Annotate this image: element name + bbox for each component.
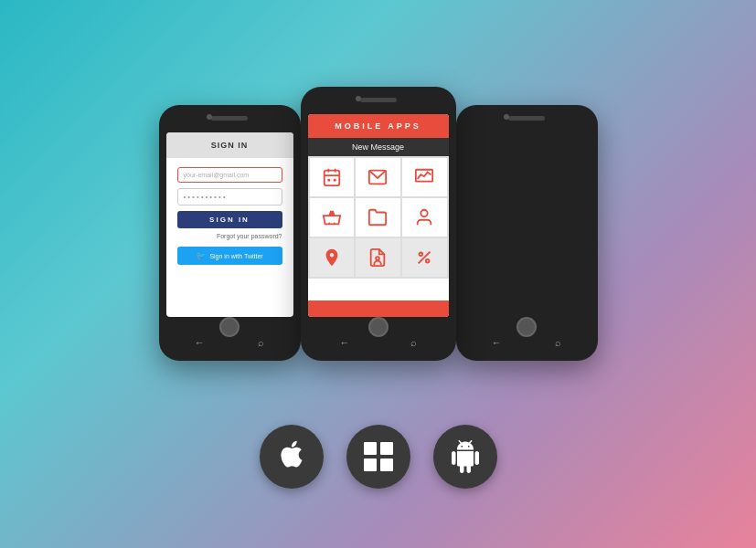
app-cell-person[interactable]: [402, 198, 447, 237]
forgot-password-link[interactable]: Forgot your password?: [177, 233, 282, 239]
platform-icons-container: [260, 425, 497, 489]
svg-point-12: [420, 253, 423, 257]
search-icon-left[interactable]: ⌕: [258, 337, 264, 348]
app-cell-chart[interactable]: [402, 158, 447, 196]
speaker-left: [211, 116, 248, 121]
phones-container: SIGN IN your-email@gmail.com •••••••••• …: [141, 78, 616, 406]
windows-platform-icon[interactable]: [346, 425, 410, 489]
signin-title: SIGN IN: [211, 141, 249, 150]
nav-right: ← ⌕: [456, 337, 598, 348]
twitter-icon: 🐦: [196, 251, 206, 260]
scene: SIGN IN your-email@gmail.com •••••••••• …: [0, 0, 756, 548]
windows-quadrant-1: [364, 442, 377, 455]
password-field[interactable]: ••••••••••: [177, 188, 282, 206]
signin-button[interactable]: SIGN IN: [177, 211, 282, 228]
twitter-signin-button[interactable]: 🐦 Sign in with Twitter: [177, 247, 282, 265]
windows-logo-grid: [364, 442, 393, 471]
windows-quadrant-4: [380, 458, 393, 471]
svg-rect-5: [334, 179, 336, 182]
home-button-center[interactable]: [368, 317, 389, 337]
android-logo-svg: [449, 440, 482, 473]
screen-left: SIGN IN your-email@gmail.com •••••••••• …: [166, 132, 293, 317]
back-arrow-icon[interactable]: ←: [195, 337, 205, 348]
android-platform-icon[interactable]: [433, 425, 497, 489]
phone-left: SIGN IN your-email@gmail.com •••••••••• …: [159, 105, 301, 361]
search-icon-center[interactable]: ⌕: [410, 337, 417, 348]
back-arrow-icon-right[interactable]: ←: [492, 337, 502, 348]
speaker-center: [360, 98, 397, 102]
svg-point-13: [426, 259, 430, 263]
app-cell-email[interactable]: [356, 158, 400, 196]
svg-point-11: [377, 257, 380, 260]
apps-grid: [308, 156, 449, 279]
new-message-subtitle: New Message: [308, 138, 449, 156]
mobile-apps-title: MOBILE APPS: [308, 114, 449, 138]
windows-quadrant-3: [364, 458, 377, 471]
screen-center: MOBILE APPS New Message: [308, 114, 449, 317]
apple-logo-svg: [275, 438, 308, 475]
camera-center: [356, 96, 361, 101]
home-button-right[interactable]: [516, 317, 537, 337]
speaker-right: [508, 116, 545, 121]
nav-left: ← ⌕: [159, 337, 301, 348]
app-cell-location[interactable]: [310, 238, 355, 277]
svg-point-8: [328, 223, 330, 225]
windows-quadrant-2: [380, 442, 393, 455]
home-button-left[interactable]: [219, 317, 240, 337]
app-cell-percent[interactable]: [402, 238, 447, 277]
search-icon-right[interactable]: ⌕: [555, 337, 561, 348]
svg-point-9: [334, 223, 335, 225]
camera-right: [504, 114, 509, 120]
center-screen-bottom-bar: [308, 300, 449, 317]
app-cell-calendar[interactable]: [310, 158, 355, 196]
svg-rect-4: [327, 179, 330, 182]
app-cell-folder[interactable]: [356, 198, 400, 237]
phone-center: MOBILE APPS New Message: [301, 87, 456, 361]
camera-left: [207, 114, 212, 120]
app-cell-doc-person[interactable]: [356, 238, 400, 277]
apple-platform-icon[interactable]: [260, 425, 324, 489]
app-cell-basket[interactable]: [310, 198, 355, 237]
email-field[interactable]: your-email@gmail.com: [177, 167, 282, 183]
phone-right: ← ⌕: [456, 105, 598, 361]
svg-point-10: [421, 210, 427, 216]
nav-center: ← ⌕: [301, 337, 456, 348]
svg-rect-0: [325, 171, 340, 186]
back-arrow-icon-center[interactable]: ←: [340, 337, 350, 348]
